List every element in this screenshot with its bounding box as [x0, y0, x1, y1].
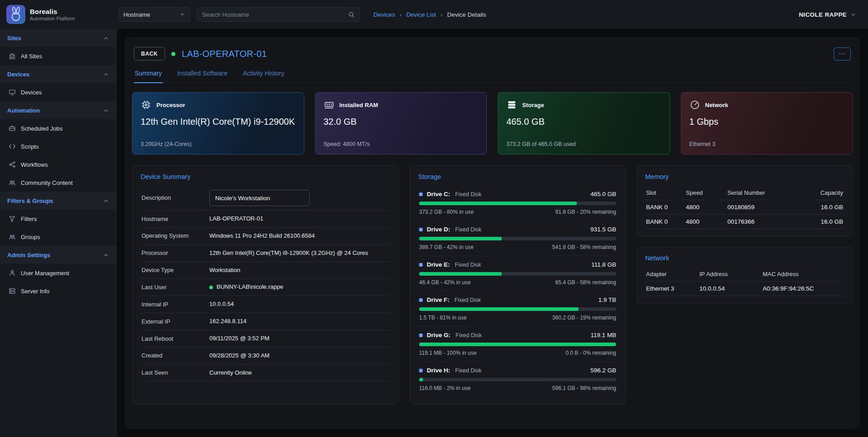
sidebar-section-label: Sites: [7, 35, 21, 42]
drive-row-c: Drive C: Fixed Disk 465.0 GB 373.2 GB - …: [418, 186, 617, 221]
drive-type: Fixed Disk: [455, 367, 481, 374]
breadcrumb-device-list[interactable]: Device List: [406, 11, 436, 18]
sidebar-section-automation[interactable]: Automation: [0, 101, 116, 119]
drive-remaining: 541.8 GB - 58% remaining: [552, 244, 616, 250]
summary-row-device-type: Device Type Workstation: [141, 262, 390, 279]
storage-card: Storage 465.0 GB 373.2 GB of 465.0 GB us…: [498, 92, 670, 155]
drive-row-g: Drive G: Fixed Disk 119.1 MB 119.1 MB - …: [418, 327, 617, 362]
drive-usage-fill: [419, 307, 579, 311]
sidebar-section-devices[interactable]: Devices: [0, 65, 116, 83]
col-header: IP Address: [699, 271, 763, 277]
drive-icon: [419, 298, 423, 302]
sidebar-item-user-management[interactable]: User Management: [0, 264, 116, 282]
tab-summary[interactable]: Summary: [134, 70, 163, 83]
search-input[interactable]: [202, 11, 348, 18]
summary-row-processor: Processor 12th Gen Intel(R) Core(TM) i9-…: [141, 245, 390, 262]
stat-cards: Processor 12th Gen Intel(R) Core(TM) i9-…: [132, 92, 853, 155]
sidebar-item-all-sites[interactable]: All Sites: [0, 47, 116, 65]
sidebar-section-filters-groups[interactable]: Filters & Groups: [0, 192, 116, 210]
network-panel: Network Adapter IP Address MAC Address E…: [637, 247, 853, 304]
hostname-filter-dropdown[interactable]: Hostname: [118, 7, 190, 22]
adapter-name: Ethernet 3: [646, 285, 699, 292]
drive-size: 465.0 GB: [590, 191, 616, 197]
drive-usage-fill: [419, 272, 502, 276]
row-value: 10.0.0.54: [209, 300, 389, 309]
network-speed-icon: [689, 99, 700, 110]
sidebar-section-label: Admin Settings: [7, 252, 50, 258]
ram-icon: [324, 99, 335, 110]
processor-card: Processor 12th Gen Intel(R) Core(TM) i9-…: [132, 92, 304, 155]
drive-name: Drive H:: [427, 367, 450, 374]
workflow-icon: [8, 161, 16, 168]
network-table-header: Adapter IP Address MAC Address: [645, 267, 844, 282]
sidebar-item-label: Server Info: [21, 288, 50, 295]
sidebar-item-groups[interactable]: Groups: [0, 228, 116, 246]
user-menu[interactable]: NICOLE RAPPE: [799, 11, 856, 18]
tab-activity-history[interactable]: Activity History: [242, 70, 285, 83]
drive-name: Drive D:: [427, 226, 450, 233]
sidebar-item-scheduled-jobs[interactable]: Scheduled Jobs: [0, 119, 116, 137]
summary-row-external-ip: External IP 162.248.8.114: [141, 313, 390, 330]
tab-installed-software[interactable]: Installed Software: [176, 70, 228, 83]
drive-usage-bar: [419, 272, 616, 276]
sidebar-item-devices[interactable]: Devices: [0, 83, 116, 101]
chevron-down-icon: [179, 12, 185, 17]
sidebar-section-sites[interactable]: Sites: [0, 29, 116, 47]
drive-size: 596.2 GB: [590, 367, 616, 374]
row-label: Created: [142, 352, 209, 360]
row-label: Processor: [142, 249, 209, 257]
memory-speed: 4800: [686, 218, 727, 225]
panel-title: Storage: [418, 173, 617, 180]
sidebar-section-label: Filters & Groups: [7, 197, 53, 204]
memory-capacity: 16.0 GB: [807, 204, 843, 211]
card-title: Storage: [522, 102, 544, 108]
search-box: [197, 7, 360, 22]
summary-row-created: Created 09/28/2025 @ 3:30 AM: [141, 348, 390, 365]
drive-size: 1.9 TB: [598, 296, 616, 303]
online-status-dot: [171, 52, 175, 56]
card-value: 32.0 GB: [324, 117, 479, 127]
row-label: External IP: [142, 318, 209, 326]
card-title: Installed RAM: [340, 102, 378, 108]
back-button[interactable]: BACK: [134, 47, 165, 61]
drive-remaining: 0.0 B - 0% remaining: [566, 350, 616, 356]
chevron-up-icon: [103, 71, 109, 77]
drive-row-e: Drive E: Fixed Disk 111.8 GB 46.4 GB - 4…: [418, 256, 617, 291]
tab-bar: Summary Installed Software Activity Hist…: [134, 70, 851, 83]
search-icon[interactable]: [348, 11, 355, 18]
drive-name: Drive F:: [427, 296, 449, 303]
row-value: BUNNY-LAB\nicole.rappe: [217, 283, 283, 291]
sidebar-item-label: Scripts: [21, 143, 39, 150]
drive-used: 116.0 MB - 2% in use: [419, 385, 471, 391]
breadcrumb-devices[interactable]: Devices: [373, 11, 395, 18]
drive-usage-bar: [419, 378, 616, 381]
row-value: 09/28/2025 @ 3:30 AM: [209, 352, 389, 360]
memory-row: BANK 0 4800 00176366 16.0 GB: [645, 215, 844, 229]
ram-card: Installed RAM 32.0 GB Speed: 4800 MT/s: [315, 92, 487, 155]
sidebar-item-community-content[interactable]: Community Content: [0, 174, 116, 192]
memory-row: BANK 0 4800 00180859 16.0 GB: [645, 200, 844, 215]
drive-usage-fill: [419, 237, 502, 240]
sidebar-item-filters[interactable]: Filters: [0, 210, 116, 228]
adapter-ip: 10.0.0.54: [699, 285, 763, 292]
more-actions-button[interactable]: ⋯: [834, 47, 851, 61]
sidebar-item-workflows[interactable]: Workflows: [0, 155, 116, 174]
summary-row-os: Operating System Windows 11 Pro 24H2 Bui…: [141, 228, 390, 245]
row-label: Last Seen: [142, 369, 209, 377]
row-value: LAB-OPERATOR-01: [209, 215, 389, 223]
memory-serial: 00180859: [727, 204, 807, 211]
hostname-filter-label: Hostname: [123, 11, 150, 18]
sidebar-item-scripts[interactable]: Scripts: [0, 137, 116, 155]
memory-serial: 00176366: [727, 218, 807, 225]
sidebar-section-label: Automation: [7, 107, 40, 114]
drive-used: 119.1 MB - 100% in use: [419, 350, 476, 356]
row-label: Operating System: [142, 232, 209, 240]
drive-size: 111.8 GB: [591, 261, 616, 268]
breadcrumb-current: Device Details: [447, 11, 486, 18]
borealis-logo-icon: [6, 5, 25, 24]
description-input[interactable]: [209, 190, 310, 206]
sidebar-section-admin-settings[interactable]: Admin Settings: [0, 246, 116, 264]
drive-type: Fixed Disk: [454, 297, 481, 303]
network-row: Ethernet 3 10.0.0.54 A0:36:9F:94:26:5C: [645, 282, 844, 296]
sidebar-item-server-info[interactable]: Server Info: [0, 282, 116, 300]
